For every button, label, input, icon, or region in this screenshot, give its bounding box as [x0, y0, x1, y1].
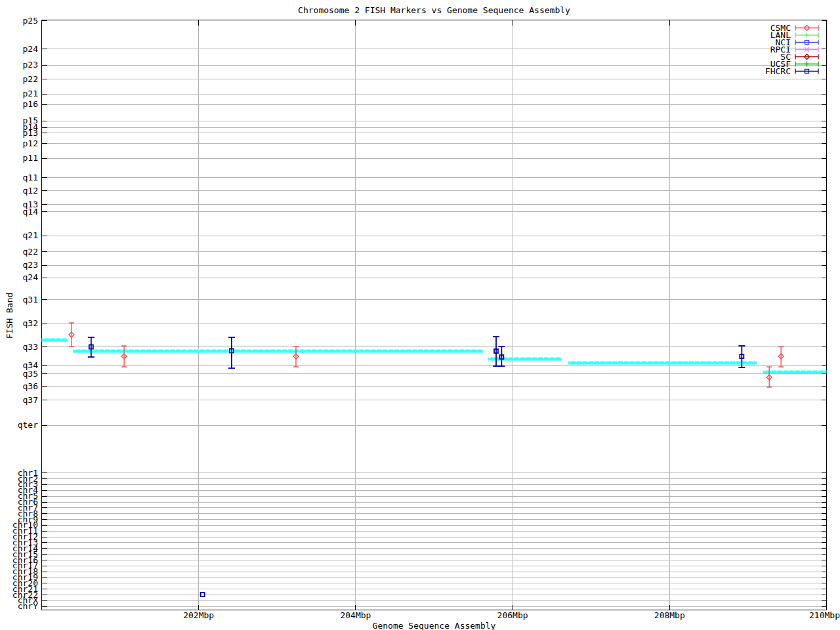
plot-area: p25p24p23p22p21p16p15p14p13p12p11q11q12q…: [0, 0, 840, 630]
y-tick-label: p24: [23, 44, 39, 54]
x-tick-label: 204Mbp: [340, 610, 371, 620]
y-tick-label: q33: [23, 342, 38, 352]
y-tick-label: q35: [23, 369, 38, 379]
y-tick-label: q21: [23, 230, 38, 240]
y-tick-label: q11: [23, 173, 38, 182]
y-tick-label: q37: [23, 395, 38, 405]
plot-border: [42, 20, 827, 610]
chart-title: Chromosome 2 FISH Markers vs Genome Sequ…: [41, 5, 827, 15]
y-tick-label: q12: [23, 186, 38, 196]
y-tick-label: p25: [23, 16, 38, 26]
y-tick-label: q31: [23, 295, 38, 304]
y-tick-label: chrY: [18, 601, 38, 611]
y-axis-title: FISH Band: [5, 293, 14, 339]
y-tick-label: p23: [23, 60, 38, 70]
y-tick-label: p11: [23, 153, 38, 163]
x-tick-label: 208Mbp: [654, 610, 685, 620]
x-axis-title: Genome Sequence Assembly: [41, 621, 827, 630]
assembly-band: [42, 339, 68, 342]
y-tick-label: q32: [23, 318, 38, 328]
y-tick-label: qter: [18, 420, 38, 430]
y-tick-label: q22: [23, 247, 38, 257]
chart-canvas: Chromosome 2 FISH Markers vs Genome Sequ…: [0, 0, 840, 630]
y-tick-label: q23: [23, 260, 38, 270]
x-tick-label: 206Mbp: [497, 610, 528, 620]
x-tick-label: 202Mbp: [183, 610, 214, 620]
assembly-band: [568, 362, 757, 365]
y-tick-label: q14: [23, 207, 39, 217]
y-tick-label: p22: [23, 74, 38, 84]
y-tick-label: p16: [23, 99, 38, 109]
y-tick-label: p13: [23, 128, 38, 138]
y-tick-label: p21: [23, 89, 38, 98]
y-tick-label: q24: [23, 272, 39, 282]
y-tick-label: p12: [23, 138, 38, 148]
x-tick-label: 210Mbp: [809, 610, 840, 620]
legend-label-fhcrc: FHCRC: [765, 66, 791, 76]
y-tick-label: q36: [23, 381, 38, 391]
